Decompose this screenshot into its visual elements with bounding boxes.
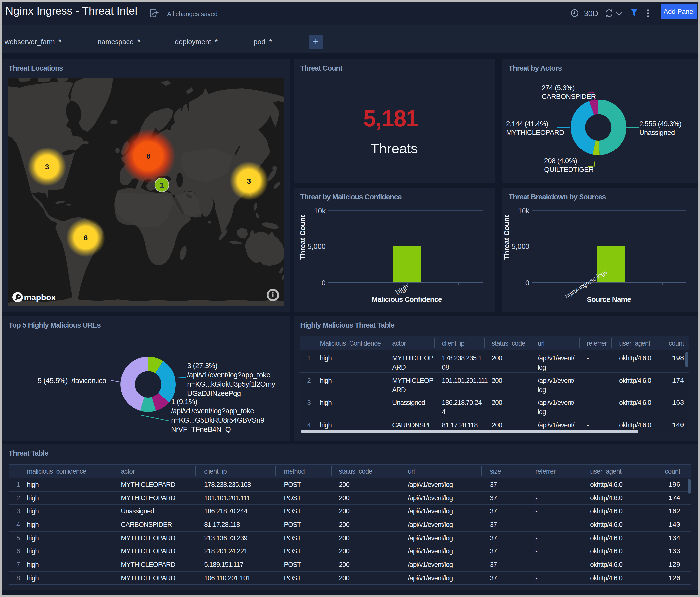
svg-text:3: 3 [45, 163, 49, 171]
svg-text:Threat Count: Threat Count [503, 215, 510, 260]
svg-text:mapbox: mapbox [24, 292, 56, 302]
svg-text:10k: 10k [518, 207, 529, 215]
svg-text:5,000: 5,000 [307, 242, 326, 250]
svg-text:nginx-ingress-logs: nginx-ingress-logs [564, 268, 608, 300]
svg-text:1: 1 [160, 181, 164, 189]
svg-text:0: 0 [322, 279, 326, 287]
svg-text:0: 0 [525, 279, 529, 287]
svg-text:3: 3 [247, 177, 251, 185]
svg-text:8: 8 [146, 152, 151, 160]
svg-text:Threat Count: Threat Count [299, 215, 307, 260]
svg-text:5,000: 5,000 [511, 242, 529, 250]
svg-text:10k: 10k [314, 207, 326, 215]
svg-text:high: high [394, 282, 410, 296]
svg-text:Malicious Confidence: Malicious Confidence [372, 295, 442, 304]
svg-text:6: 6 [84, 234, 88, 242]
svg-text:Source Name: Source Name [587, 295, 631, 304]
